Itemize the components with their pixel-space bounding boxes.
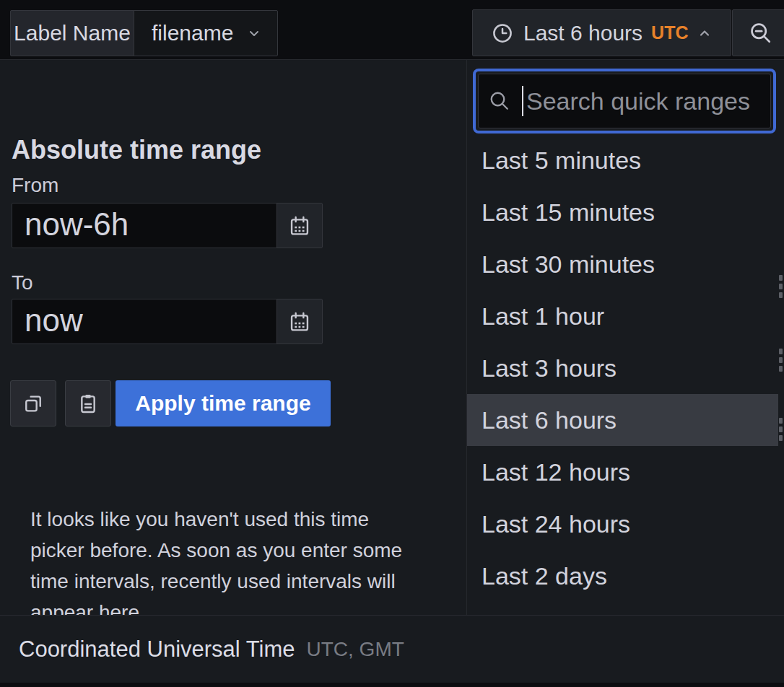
quick-range-option[interactable]: Last 2 days — [467, 550, 778, 602]
search-quick-ranges-input[interactable] — [525, 87, 760, 116]
clock-icon — [492, 22, 513, 44]
from-input-group — [12, 203, 323, 248]
search-icon — [489, 90, 510, 112]
scrollbar-dash — [779, 292, 783, 298]
quick-range-option[interactable]: Last 5 minutes — [467, 134, 778, 186]
query-label-name: Label Name — [10, 10, 134, 56]
timezone-badge: UTC — [651, 22, 688, 43]
quick-range-option[interactable]: Last 24 hours — [467, 498, 778, 550]
absolute-time-range-section: Absolute time range From To — [0, 60, 467, 615]
apply-time-range-button[interactable]: Apply time range — [116, 380, 331, 426]
from-label: From — [12, 174, 58, 197]
scrollbar-dash — [779, 366, 783, 372]
bottom-strip — [0, 683, 784, 687]
clipboard-icon — [77, 392, 100, 415]
from-calendar-button[interactable] — [276, 203, 323, 248]
paste-time-range-button[interactable] — [65, 380, 111, 426]
to-input[interactable] — [12, 299, 277, 344]
quick-range-option-selected[interactable]: Last 6 hours — [467, 394, 778, 446]
quick-range-option[interactable]: Last 12 hours — [467, 446, 778, 498]
zoom-out-button[interactable] — [732, 9, 784, 56]
zoom-out-icon — [749, 21, 773, 45]
scrollbar-dash — [779, 426, 783, 432]
search-box[interactable] — [478, 74, 771, 128]
scrollbar-dash — [779, 275, 783, 281]
quick-range-option[interactable]: Last 15 minutes — [467, 186, 778, 238]
chevron-down-icon — [245, 25, 263, 42]
copy-icon — [22, 392, 45, 415]
top-bar: Label Name filename Last 6 hours UTC — [0, 0, 784, 60]
time-picker-panel: Label Name filename Last 6 hours UTC Abs… — [0, 0, 784, 687]
quick-range-option[interactable]: Last 30 minutes — [467, 238, 778, 290]
quick-range-option[interactable]: Last 3 hours — [467, 342, 778, 394]
quick-range-option[interactable]: Last 1 hour — [467, 290, 778, 342]
time-range-label: Last 6 hours — [523, 21, 643, 45]
query-label-text: Label Name — [14, 21, 131, 45]
quick-ranges-list: Last 5 minutes Last 15 minutes Last 30 m… — [467, 134, 778, 602]
scrollbar-dash — [779, 357, 783, 363]
text-cursor — [522, 86, 523, 116]
quick-ranges-dropdown: Last 5 minutes Last 15 minutes Last 30 m… — [467, 60, 784, 615]
calendar-icon — [288, 310, 311, 333]
copy-time-range-button[interactable] — [10, 380, 56, 426]
to-label: To — [12, 271, 33, 294]
timezone-name: Coordinated Universal Time — [19, 636, 295, 662]
scrollbar-dash — [779, 284, 783, 289]
search-focus-ring — [473, 69, 776, 134]
note-intro-text: It looks like you haven't used this time… — [30, 508, 402, 623]
timezone-footer: Coordinated Universal Time UTC, GMT UTC+… — [0, 615, 784, 683]
scrollbar-dash — [779, 349, 783, 354]
label-value-text: filename — [152, 21, 233, 45]
timezone-codes: UTC, GMT — [307, 638, 404, 661]
label-value-dropdown[interactable]: filename — [134, 10, 278, 56]
scrollbar-dash — [779, 418, 783, 424]
section-title: Absolute time range — [12, 135, 261, 165]
caret-up-icon — [696, 25, 713, 42]
to-input-group — [12, 299, 323, 344]
from-input[interactable] — [12, 203, 277, 248]
scrollbar-dash — [779, 435, 783, 441]
to-calendar-button[interactable] — [276, 299, 323, 344]
calendar-icon — [288, 214, 311, 237]
time-range-picker-button[interactable]: Last 6 hours UTC — [472, 9, 731, 56]
